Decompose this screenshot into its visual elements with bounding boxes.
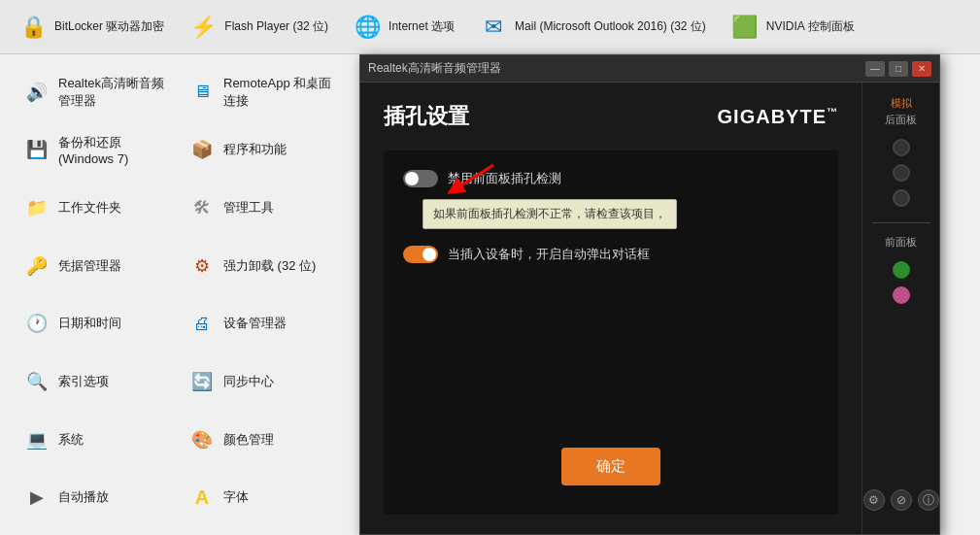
sidebar-rear-section: 模拟 后面板 xyxy=(862,96,939,211)
cp-item-autoplay-label: 自动播放 xyxy=(58,488,109,506)
backup-icon: 💾 xyxy=(23,136,51,163)
minimize-button[interactable]: — xyxy=(865,61,885,77)
realtek-window: Realtek高清晰音频管理器 — □ ✕ 插孔设置 GIGABYTE™ xyxy=(359,54,940,535)
sidebar-jack-front-1[interactable] xyxy=(893,261,910,279)
help-icon[interactable]: ⓘ xyxy=(918,489,939,511)
cp-item-sync-label: 同步中心 xyxy=(223,373,274,390)
cp-item-datetime[interactable]: 🕐 日期和时间 xyxy=(16,296,179,352)
taskbar-item-internet-label: Internet 选项 xyxy=(389,18,455,35)
cp-item-realtek[interactable]: 🔊 Realtek高清晰音频管理器 xyxy=(16,64,179,120)
settings-icon[interactable]: ⚙ xyxy=(863,489,885,511)
realtek-header: 插孔设置 GIGABYTE™ xyxy=(384,102,838,131)
cp-item-remoteapp[interactable]: 🖥 RemoteApp 和桌面连接 xyxy=(181,64,344,120)
realtek-window-title: Realtek高清晰音频管理器 xyxy=(368,60,501,77)
cp-item-remoteapp-label: RemoteApp 和桌面连接 xyxy=(223,75,336,110)
toggle1-container: 禁用前面板插孔检测 xyxy=(403,170,819,187)
indexing-icon: 🔍 xyxy=(23,368,51,395)
control-panel-grid: 🔊 Realtek高清晰音频管理器 🖥 RemoteApp 和桌面连接 💾 备份… xyxy=(0,54,359,535)
powerdown-icon: ⚙ xyxy=(188,252,216,280)
internet-icon: 🌐 xyxy=(352,12,383,43)
cp-item-system-label: 系统 xyxy=(58,431,84,449)
sidebar-jack-rear-1[interactable] xyxy=(893,139,910,156)
cp-item-powerdown-label: 强力卸载 (32 位) xyxy=(223,257,316,275)
cp-item-credential[interactable]: 🔑 凭据管理器 xyxy=(16,238,179,294)
tooltip-box: 如果前面板插孔检测不正常，请检查该项目， xyxy=(422,199,677,229)
cp-item-credential-label: 凭据管理器 xyxy=(58,257,121,275)
cp-item-backup-label: 备份和还原(Windows 7) xyxy=(58,134,171,166)
main-area: 🔊 Realtek高清晰音频管理器 🖥 RemoteApp 和桌面连接 💾 备份… xyxy=(0,54,980,535)
taskbar: 🔒 BitLocker 驱动器加密 ⚡ Flash Player (32 位) … xyxy=(0,0,980,54)
gigabyte-logo: GIGABYTE™ xyxy=(718,106,838,128)
window-controls: — □ ✕ xyxy=(865,61,931,77)
cp-item-autoplay[interactable]: ▶ 自动播放 xyxy=(16,469,179,525)
taskbar-item-nvidia[interactable]: 🟩 NVIDIA 控制面板 xyxy=(720,6,864,49)
toggle1-switch[interactable] xyxy=(403,170,438,187)
cp-item-datetime-label: 日期和时间 xyxy=(58,315,121,332)
cp-item-device-label: 设备管理器 xyxy=(223,315,287,332)
cp-item-backup[interactable]: 💾 备份和还原(Windows 7) xyxy=(16,122,179,179)
sidebar-bottom-icons: ⚙ ⊘ ⓘ xyxy=(863,489,939,520)
realtek-sidebar: 模拟 后面板 前面板 ⚙ ⊘ ⓘ xyxy=(862,83,939,534)
cp-item-admin-label: 管理工具 xyxy=(223,199,274,217)
sidebar-jack-rear-2[interactable] xyxy=(893,164,910,182)
sidebar-divider xyxy=(872,222,930,223)
toggle2-knob xyxy=(422,248,436,261)
cp-item-indexing[interactable]: 🔍 索引选项 xyxy=(16,353,179,410)
sidebar-front-label: 前面板 xyxy=(885,235,917,250)
device-icon: 🖨 xyxy=(188,310,216,337)
confirm-button[interactable]: 确定 xyxy=(561,448,660,485)
toggle2-switch[interactable] xyxy=(403,246,438,263)
sidebar-front-section: 前面板 xyxy=(862,235,939,308)
font-icon: A xyxy=(188,484,216,511)
cp-item-realtek-label: Realtek高清晰音频管理器 xyxy=(58,75,171,110)
sync-icon: 🔄 xyxy=(188,368,216,395)
realtek-header-title: 插孔设置 xyxy=(384,102,469,131)
taskbar-item-mail[interactable]: ✉ Mail (Microsoft Outlook 2016) (32 位) xyxy=(468,6,716,49)
program-icon: 📦 xyxy=(188,136,216,163)
tooltip-line1: 如果前面板插孔检测不正常，请检查该项目， xyxy=(433,206,666,222)
realtek-main-panel: 插孔设置 GIGABYTE™ 禁用前面板插孔检测 xyxy=(360,83,862,534)
sidebar-jack-rear-3[interactable] xyxy=(893,189,910,207)
cp-item-powerdown[interactable]: ⚙ 强力卸载 (32 位) xyxy=(181,238,344,294)
close-button[interactable]: ✕ xyxy=(912,61,931,77)
system-icon: 💻 xyxy=(23,426,51,453)
sidebar-jack-front-2[interactable] xyxy=(893,286,910,304)
toggle1-knob xyxy=(405,172,419,185)
autoplay-icon: ▶ xyxy=(23,484,51,511)
cp-item-system[interactable]: 💻 系统 xyxy=(16,412,179,468)
cp-item-device[interactable]: 🖨 设备管理器 xyxy=(181,296,344,352)
taskbar-item-bitlocker[interactable]: 🔒 BitLocker 驱动器加密 xyxy=(8,6,174,49)
audio-panel-area: 禁用前面板插孔检测 xyxy=(384,150,838,515)
taskbar-item-internet[interactable]: 🌐 Internet 选项 xyxy=(342,6,464,49)
cp-item-font-label: 字体 xyxy=(223,488,249,506)
cp-item-font[interactable]: A 字体 xyxy=(181,469,344,525)
maximize-button[interactable]: □ xyxy=(889,61,908,77)
credential-icon: 🔑 xyxy=(23,252,51,280)
realtek-icon: 🔊 xyxy=(23,79,51,106)
taskbar-item-flash-label: Flash Player (32 位) xyxy=(224,18,328,35)
toggle2-row: 当插入设备时，开启自动弹出对话框 xyxy=(403,246,819,263)
bitlocker-icon: 🔒 xyxy=(17,12,49,43)
mail-icon: ✉ xyxy=(478,12,509,43)
admin-icon: 🛠 xyxy=(188,194,216,221)
cp-item-color-label: 颜色管理 xyxy=(223,431,274,449)
datetime-icon: 🕐 xyxy=(23,310,51,337)
remoteapp-icon: 🖥 xyxy=(188,79,216,106)
workfolder-icon: 📁 xyxy=(23,194,51,221)
cp-item-program[interactable]: 📦 程序和功能 xyxy=(181,122,344,179)
toggle2-label: 当插入设备时，开启自动弹出对话框 xyxy=(448,246,650,263)
cp-item-workfolder[interactable]: 📁 工作文件夹 xyxy=(16,180,179,236)
taskbar-item-bitlocker-label: BitLocker 驱动器加密 xyxy=(54,18,164,35)
realtek-body: 插孔设置 GIGABYTE™ 禁用前面板插孔检测 xyxy=(360,83,939,534)
cp-item-color[interactable]: 🎨 颜色管理 xyxy=(181,412,344,468)
toggle1-label: 禁用前面板插孔检测 xyxy=(448,170,561,187)
cp-item-sync[interactable]: 🔄 同步中心 xyxy=(181,353,344,410)
cp-item-admin[interactable]: 🛠 管理工具 xyxy=(181,180,344,236)
taskbar-item-flash[interactable]: ⚡ Flash Player (32 位) xyxy=(178,6,338,49)
realtek-titlebar: Realtek高清晰音频管理器 — □ ✕ xyxy=(360,55,939,83)
info-icon[interactable]: ⊘ xyxy=(891,489,912,511)
sidebar-rear-label: 模拟 xyxy=(891,96,912,111)
flash-icon: ⚡ xyxy=(187,12,219,43)
cp-item-workfolder-label: 工作文件夹 xyxy=(58,199,121,217)
toggle1-row: 禁用前面板插孔检测 xyxy=(403,170,819,187)
